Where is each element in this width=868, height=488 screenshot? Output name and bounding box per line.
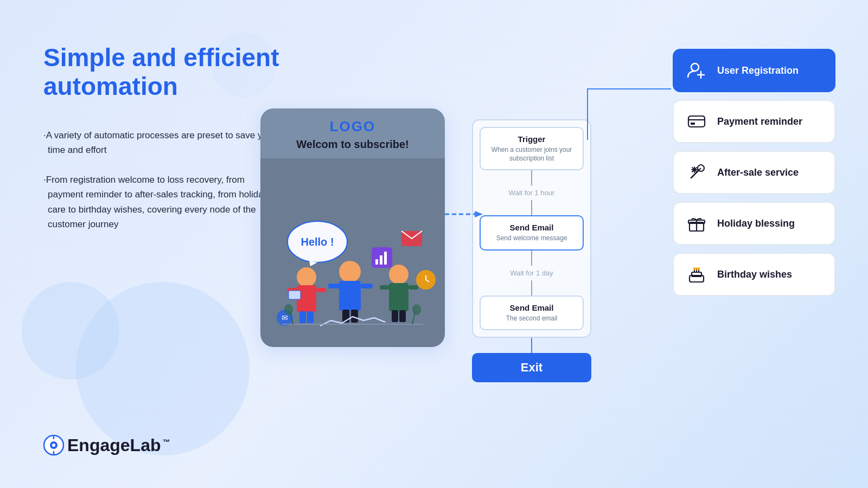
option-user-registration[interactable]: User Registration	[673, 49, 835, 92]
svg-point-66	[693, 267, 695, 270]
flow-connector-exit	[531, 338, 532, 353]
flow-send2-title: Send Email	[489, 303, 574, 312]
svg-rect-18	[328, 284, 340, 288]
svg-point-22	[389, 265, 409, 284]
brand-logo: EngageLab™	[43, 435, 170, 455]
flow-connector-3	[531, 251, 532, 266]
svg-point-68	[698, 267, 700, 270]
svg-rect-13	[299, 311, 306, 323]
left-section: Simple and efficient automation ·A varie…	[43, 43, 282, 247]
brand-icon	[43, 435, 64, 455]
flow-send2-box: Send Email The second email	[480, 296, 584, 331]
svg-point-67	[695, 267, 698, 270]
flow-connector-4	[531, 280, 532, 296]
flow-connector-1	[531, 170, 532, 185]
flow-send1-sub: Send welcome message	[489, 234, 574, 243]
option-holiday-blessing-label: Holiday blessing	[717, 218, 795, 229]
svg-point-40	[284, 304, 293, 315]
option-after-sale-label: After-sale service	[717, 167, 799, 178]
svg-rect-19	[361, 284, 373, 288]
email-card-body: Hello !	[260, 158, 445, 347]
vertical-connector	[587, 88, 588, 140]
flow-send1-box: Send Email Send welcome message	[480, 215, 584, 251]
bg-decoration-circle-2	[22, 282, 119, 380]
svg-rect-24	[380, 285, 390, 290]
user-plus-icon	[685, 59, 709, 82]
main-title: Simple and efficient automation	[43, 43, 282, 101]
svg-rect-30	[380, 255, 382, 265]
flow-connector-2	[531, 200, 532, 215]
option-after-sale[interactable]: After-sale service	[673, 151, 835, 194]
flow-trigger-sub: When a customer joins your subscription …	[489, 146, 574, 163]
flow-send2-sub: The second email	[489, 314, 574, 323]
svg-rect-12	[316, 288, 326, 292]
option-birthday-wishes-label: Birthday wishes	[717, 269, 792, 280]
gift-icon	[685, 211, 709, 235]
flow-wait-1: Wait for 1 hour	[480, 185, 584, 200]
option-user-registration-label: User Registration	[717, 65, 799, 76]
right-panel: User Registration Payment reminder	[673, 49, 835, 296]
svg-text:Hello !: Hello !	[301, 236, 334, 248]
svg-text:✉: ✉	[282, 313, 288, 322]
flow-wait-2: Wait for 1 day	[480, 266, 584, 280]
svg-rect-26	[392, 310, 398, 322]
option-birthday-wishes[interactable]: Birthday wishes	[673, 253, 835, 296]
svg-rect-17	[339, 281, 361, 311]
wrench-icon	[685, 160, 709, 184]
flow-trigger-title: Trigger	[489, 134, 574, 144]
dashed-arrow-svg	[445, 210, 483, 219]
svg-point-9	[297, 267, 316, 287]
svg-rect-15	[289, 291, 301, 299]
description-2: ·From registration welcome to loss recov…	[43, 172, 282, 232]
email-card-header: LOGO Welcom to subscribe!	[260, 108, 445, 158]
option-payment-reminder[interactable]: Payment reminder	[673, 100, 835, 143]
flow-exit-button[interactable]: Exit	[472, 353, 591, 382]
illustration: Hello !	[266, 171, 439, 334]
svg-rect-21	[351, 310, 358, 323]
credit-card-icon	[685, 110, 709, 133]
svg-rect-29	[375, 259, 378, 265]
flow-trigger-box: Trigger When a customer joins your subsc…	[480, 127, 584, 170]
flow-send1-title: Send Email	[489, 223, 574, 232]
cake-icon	[685, 262, 709, 286]
brand-name: EngageLab™	[67, 435, 170, 455]
description-1: ·A variety of automatic processes are pr…	[43, 128, 282, 157]
option-holiday-blessing[interactable]: Holiday blessing	[673, 202, 835, 245]
svg-rect-50	[691, 123, 695, 125]
svg-rect-27	[399, 310, 406, 322]
email-logo: LOGO	[330, 118, 376, 135]
svg-rect-25	[409, 285, 418, 290]
dashed-arrow	[445, 210, 483, 219]
svg-rect-31	[384, 252, 387, 265]
flow-diagram: Trigger When a customer joins your subsc…	[472, 119, 591, 382]
svg-rect-23	[389, 283, 409, 311]
svg-marker-44	[475, 211, 483, 217]
svg-point-2	[52, 444, 55, 447]
svg-point-16	[339, 261, 361, 282]
svg-rect-14	[307, 311, 314, 323]
svg-point-42	[412, 304, 421, 315]
svg-rect-48	[688, 116, 705, 127]
flow-outer-box: Trigger When a customer joins your subsc…	[472, 119, 591, 338]
email-welcome: Welcom to subscribe!	[296, 138, 409, 151]
email-preview-card: LOGO Welcom to subscribe! Hello !	[260, 108, 445, 347]
option-payment-reminder-label: Payment reminder	[717, 116, 802, 127]
horizontal-connector	[587, 88, 671, 89]
svg-point-45	[691, 63, 699, 71]
